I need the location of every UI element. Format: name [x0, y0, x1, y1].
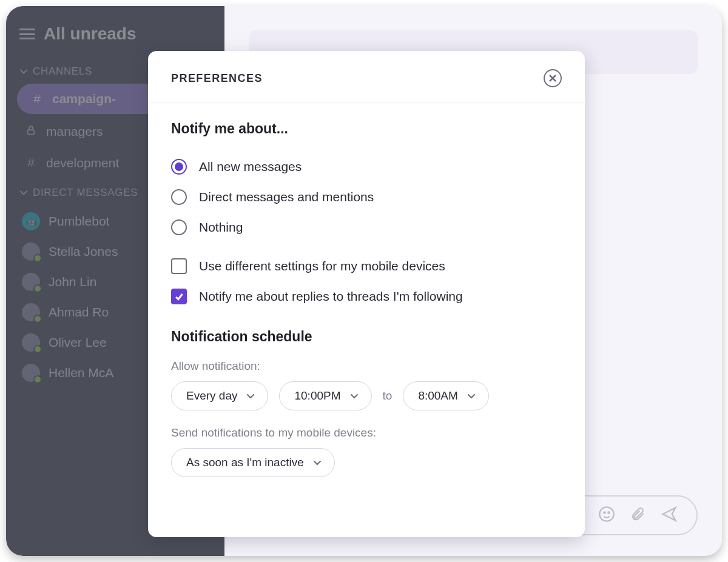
sidebar-title: All unreads	[44, 24, 136, 44]
avatar	[22, 273, 40, 291]
chevron-down-icon	[246, 391, 255, 401]
select-value: 10:00PM	[294, 389, 340, 403]
presence-dot	[33, 345, 42, 353]
dm-name: John Lin	[49, 275, 96, 289]
hash-icon: #	[30, 92, 44, 106]
preferences-modal: PREFERENCES Notify me about... All new m…	[148, 51, 585, 537]
chevron-down-icon	[312, 458, 322, 467]
modal-body: Notify me about... All new messages Dire…	[148, 102, 585, 483]
start-time-select[interactable]: 10:00PM	[279, 381, 371, 410]
avatar	[22, 303, 40, 321]
checkbox-label: Notify me about replies to threads I'm f…	[199, 289, 463, 304]
channels-label: CHANNELS	[33, 65, 92, 78]
avatar	[22, 364, 40, 382]
mobile-notif-select[interactable]: As soon as I'm inactive	[171, 448, 335, 477]
schedule-selects-row: Every day 10:00PM to 8:00AM	[171, 381, 562, 410]
checkbox-thread-replies[interactable]: Notify me about replies to threads I'm f…	[171, 281, 562, 312]
modal-title: PREFERENCES	[171, 72, 263, 85]
end-time-select[interactable]: 8:00AM	[403, 381, 488, 410]
radio-nothing[interactable]: Nothing	[171, 212, 562, 243]
allow-notification-label: Allow notification:	[171, 360, 562, 373]
checkbox-label: Use different settings for my mobile dev…	[199, 259, 445, 273]
dm-label: DIRECT MESSAGES	[33, 187, 138, 199]
send-icon[interactable]	[660, 506, 678, 525]
mobile-notif-label: Send notifications to my mobile devices:	[171, 426, 562, 440]
dm-name: Pumblebot	[49, 214, 109, 229]
menu-icon[interactable]	[19, 28, 35, 39]
close-button[interactable]	[544, 69, 562, 87]
dm-name: Ahmad Ro	[49, 305, 109, 319]
presence-dot	[33, 254, 42, 263]
chevron-down-icon	[19, 67, 28, 76]
dm-name: Stella Jones	[49, 244, 118, 259]
presence-dot	[33, 284, 42, 293]
check-icon	[174, 292, 184, 301]
avatar: 🤖	[22, 212, 40, 230]
radio-indicator	[171, 159, 187, 175]
dm-name: Hellen McA	[49, 366, 113, 380]
chevron-down-icon	[467, 391, 476, 401]
avatar	[22, 243, 40, 261]
presence-dot	[33, 315, 42, 323]
schedule-heading: Notification schedule	[171, 329, 562, 345]
avatar	[22, 333, 40, 352]
svg-point-2	[604, 512, 605, 513]
radio-label: Nothing	[199, 220, 243, 235]
frequency-select[interactable]: Every day	[171, 381, 268, 410]
radio-indicator	[171, 219, 187, 235]
modal-header: PREFERENCES	[148, 51, 585, 102]
close-icon	[548, 74, 557, 82]
emoji-icon[interactable]	[598, 506, 615, 525]
radio-all-new-messages[interactable]: All new messages	[171, 152, 562, 182]
checkbox-indicator	[171, 289, 187, 304]
svg-point-3	[608, 512, 609, 513]
presence-dot	[33, 375, 42, 384]
select-value: Every day	[186, 389, 237, 403]
select-value: As soon as I'm inactive	[186, 456, 304, 469]
radio-indicator	[171, 189, 187, 205]
svg-rect-0	[28, 130, 35, 135]
radio-label: Direct messages and mentions	[199, 190, 374, 204]
app-frame: All unreads CHANNELS # campaign- manager…	[6, 6, 722, 556]
chevron-down-icon	[349, 391, 359, 401]
svg-point-1	[599, 507, 613, 521]
notify-heading: Notify me about...	[171, 121, 562, 137]
radio-label: All new messages	[199, 159, 302, 174]
lock-icon	[24, 124, 38, 139]
to-label: to	[383, 389, 393, 403]
dm-name: Oliver Lee	[49, 335, 107, 350]
attachment-icon[interactable]	[630, 506, 645, 525]
select-value: 8:00AM	[418, 389, 457, 403]
hash-icon: #	[24, 155, 38, 170]
checkbox-indicator	[171, 258, 187, 274]
chevron-down-icon	[19, 189, 28, 197]
checkbox-mobile-different[interactable]: Use different settings for my mobile dev…	[171, 251, 562, 281]
radio-direct-mentions[interactable]: Direct messages and mentions	[171, 182, 562, 212]
